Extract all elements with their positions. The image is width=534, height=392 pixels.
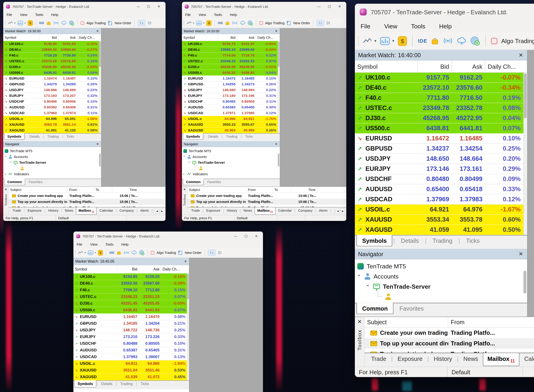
- column-header-subject[interactable]: Subject: [365, 317, 448, 327]
- signals-button[interactable]: [443, 37, 453, 44]
- web-services-button[interactable]: [69, 20, 74, 26]
- toolbar-drag-handle[interactable]: [183, 20, 185, 26]
- cloud-button[interactable]: [61, 21, 67, 25]
- market-watch-tab-trading[interactable]: Trading: [223, 134, 240, 140]
- market-watch-row[interactable]: ↗GBPUSD1.342791.342950.28%: [3, 81, 99, 87]
- tab-favorites[interactable]: Favorites: [204, 179, 224, 185]
- market-watch-row[interactable]: ↘XAUUSD3551.043551.460.53%: [73, 367, 187, 374]
- column-header-bid[interactable]: Bid: [218, 34, 237, 41]
- dropdown-caret-icon[interactable]: ▾: [24, 22, 26, 24]
- maximize-button[interactable]: [328, 5, 331, 8]
- tab-favorites[interactable]: Favorites: [26, 179, 45, 185]
- market-watch-close-icon[interactable]: ✕: [96, 29, 99, 33]
- menu-view[interactable]: View: [384, 23, 397, 29]
- market-watch-row[interactable]: ↗F40.c7716.207720.900.24%: [3, 53, 99, 58]
- market-watch-row[interactable]: ↗XAGUSD41.09141.1200.58%: [3, 127, 99, 133]
- cloud-button[interactable]: [131, 250, 137, 255]
- market-watch-tab-trading[interactable]: Trading: [427, 235, 458, 246]
- navigator-close-icon[interactable]: ✕: [275, 142, 278, 146]
- mailbox-message-row[interactable]: Trade analytics helps you optimiz...Trad…: [365, 349, 534, 353]
- menu-tools[interactable]: Tools: [35, 13, 43, 17]
- nav-item-server[interactable]: ›TenTrade-Server: [5, 159, 101, 165]
- scrollbar-thumb[interactable]: [99, 42, 101, 67]
- toolbar-drag-handle[interactable]: [5, 20, 6, 26]
- close-button[interactable]: ✕: [157, 5, 161, 8]
- expander-icon[interactable]: ›: [5, 173, 7, 175]
- nav-item-server[interactable]: ›TenTrade-Server: [183, 159, 280, 165]
- expander-icon[interactable]: ›: [357, 274, 362, 278]
- cloud-button[interactable]: [457, 37, 467, 45]
- nav-item-account-login[interactable]: [357, 291, 527, 302]
- market-bag-button[interactable]: [225, 21, 230, 25]
- market-watch-row[interactable]: ↗UK100.c9154.859159.25-0.10%: [73, 274, 187, 280]
- market-watch-row[interactable]: ↗F40.c7711.807716.500.19%: [355, 93, 523, 103]
- market-watch-row[interactable]: ↗USDCHF0.804800.804990.09%: [355, 174, 523, 184]
- algo-trading-toggle-icon[interactable]: [151, 251, 154, 255]
- candlestick-toggle[interactable]: [326, 21, 330, 25]
- market-watch-row[interactable]: ↘DE40.c23590.3023594.80-0.27%: [3, 47, 99, 53]
- market-watch-row[interactable]: ↘XAGUSD40.96340.9990.26%: [182, 127, 278, 133]
- nav-item-server[interactable]: ›TenTrade-Server: [357, 281, 527, 291]
- toolbox-tab-trade[interactable]: Trade: [367, 353, 390, 364]
- menu-file[interactable]: File: [6, 13, 12, 17]
- market-watch-row[interactable]: ↗USOIL.c64.99665.051-1.56%: [3, 116, 99, 122]
- chart-style-button[interactable]: [380, 37, 390, 45]
- market-watch-row[interactable]: ↘EURUSD1.164721.164850.10%: [355, 134, 523, 144]
- web-services-button[interactable]: [248, 20, 253, 26]
- market-watch-row[interactable]: ↘USOIL.c64.86664.921-1.76%: [182, 116, 278, 122]
- market-bag-button[interactable]: [46, 21, 51, 25]
- market-watch-tab-details[interactable]: Details: [396, 235, 424, 246]
- market-watch-row[interactable]: ↘EURJPY173.180173.1960.31%: [182, 93, 278, 99]
- signals-button[interactable]: [123, 251, 129, 255]
- market-watch-tab-details[interactable]: Details: [98, 381, 115, 387]
- mailbox-message-row[interactable]: Create your own trading appTrading Platf…: [365, 327, 534, 338]
- web-services-button[interactable]: [470, 36, 480, 46]
- maximize-button[interactable]: [147, 5, 150, 8]
- minimize-button[interactable]: —: [234, 234, 238, 238]
- market-watch-row[interactable]: ↘DJ30.c45245.9545249.95-0.01%: [182, 64, 278, 70]
- toolbox-tab-exposure[interactable]: Exposure: [204, 207, 223, 214]
- column-header-to[interactable]: To: [273, 187, 291, 192]
- market-watch-tab-trading[interactable]: Trading: [44, 134, 62, 140]
- candlestick-toggle[interactable]: [148, 21, 152, 25]
- line-chart-button[interactable]: [363, 38, 372, 44]
- column-header-from[interactable]: From: [247, 187, 273, 192]
- tab-common[interactable]: Common: [4, 179, 25, 185]
- bar-chart-toggle[interactable]: [208, 249, 216, 256]
- market-watch-scrollbar[interactable]: [99, 41, 101, 133]
- market-watch-scrollbar[interactable]: [523, 73, 527, 235]
- column-header-ask[interactable]: Ask: [139, 265, 161, 273]
- menu-help[interactable]: Help: [230, 13, 237, 17]
- chart-style-button[interactable]: [196, 21, 202, 25]
- toolbox-tab-trade[interactable]: Trade: [189, 207, 202, 214]
- market-watch-tab-trading[interactable]: Trading: [117, 381, 136, 387]
- toolbox-tab-mailbox[interactable]: Mailbox11: [483, 353, 520, 366]
- nav-item-root[interactable]: TenTrade MT5: [357, 261, 527, 271]
- market-watch-row[interactable]: ↗DE40.c23572.1023576.60-0.34%: [355, 83, 523, 93]
- menu-help[interactable]: Help: [121, 242, 128, 246]
- market-watch-close-icon[interactable]: ✕: [518, 52, 524, 58]
- market-watch-row[interactable]: ↘UK100.c9148.959152.65-0.16%: [3, 41, 99, 47]
- market-watch-tab-details[interactable]: Details: [26, 134, 43, 140]
- scrollbar-thumb[interactable]: [524, 74, 527, 118]
- market-bag-button[interactable]: [431, 37, 439, 45]
- signals-button[interactable]: [53, 21, 59, 25]
- market-watch-row[interactable]: ↘USDCAD1.379711.379850.12%: [182, 110, 278, 116]
- tab-symbols[interactable]: Symbols: [4, 133, 24, 140]
- market-watch-row[interactable]: ↗USDCHF0.804880.805050.10%: [73, 340, 187, 347]
- market-watch-row[interactable]: ↗F40.c7709.107713.800.15%: [73, 287, 187, 294]
- tab-symbols[interactable]: Symbols: [74, 380, 96, 387]
- market-watch-close-icon[interactable]: ✕: [184, 260, 187, 263]
- market-watch-row[interactable]: ↘USTEC.c23373.6823376.680.18%: [3, 58, 99, 64]
- close-button[interactable]: ✕: [254, 234, 258, 238]
- market-watch-row[interactable]: ↗GBPUSD1.342551.342730.26%: [182, 81, 278, 87]
- column-header-symbol[interactable]: Symbol: [182, 34, 218, 41]
- deposit-button[interactable]: $: [98, 250, 103, 256]
- market-watch-row[interactable]: ↗GBPUSD1.341851.342040.21%: [73, 320, 187, 327]
- expander-icon[interactable]: ›: [366, 284, 370, 289]
- market-watch-row[interactable]: ↘USTEC.c23348.2323351.230.07%: [73, 294, 187, 300]
- market-watch-row[interactable]: ↘USDJPY148.722148.7360.25%: [73, 327, 187, 334]
- market-watch-row[interactable]: ↗USTEC.c23349.7823352.780.08%: [355, 103, 523, 113]
- navigator-scrollbar-thumb[interactable]: [278, 154, 279, 167]
- nav-item-accounts[interactable]: ›Accounts: [183, 154, 280, 159]
